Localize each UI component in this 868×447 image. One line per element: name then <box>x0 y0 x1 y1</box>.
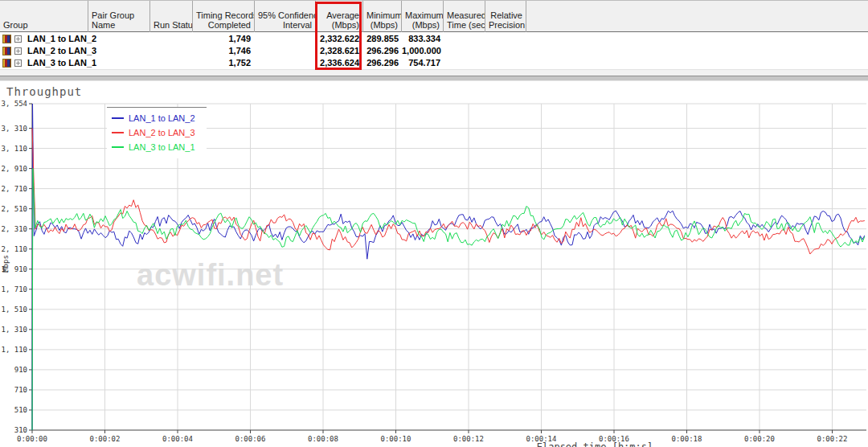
y-tick-label: 1, 710 <box>1 285 27 293</box>
column-header-minimum[interactable]: Minimum(Mbps) <box>363 1 402 32</box>
column-header-line: Minimum <box>366 10 398 20</box>
y-tick-label: 310 <box>14 426 27 434</box>
legend-line-swatch <box>112 146 124 148</box>
column-header-line: Pair Group <box>92 10 146 20</box>
x-tick-label: 0:00:18 <box>672 435 702 443</box>
x-tick-label: 0:00:12 <box>453 435 484 443</box>
legend-label: LAN_1 to LAN_2 <box>129 113 195 123</box>
column-header-line: (Mbps) <box>405 20 440 30</box>
column-header-line: Run Status <box>154 20 189 30</box>
x-tick-label: 0:00:00 <box>17 435 47 443</box>
column-header-line: Interval <box>258 20 312 30</box>
column-header-line: Time (sec) <box>447 20 481 30</box>
column-header-pair_group_name[interactable]: Pair GroupName <box>88 1 150 32</box>
results-table-body: LAN_1 to LAN_21,7492,332.622289.855833.3… <box>0 33 868 69</box>
column-header-line: (Mbps) <box>366 20 398 30</box>
column-header-maximum[interactable]: Maximum(Mbps) <box>402 1 444 32</box>
cell-minimum: 289.855 <box>363 34 399 43</box>
legend-label: LAN_3 to LAN_1 <box>129 142 195 152</box>
legend-label: LAN_2 to LAN_3 <box>129 128 195 137</box>
column-header-relative_precision[interactable]: RelativePrecision <box>485 1 526 32</box>
column-header-measured_time[interactable]: MeasuredTime (sec) <box>444 1 485 32</box>
y-tick-label: 2, 510 <box>1 205 27 213</box>
column-header-line: Group <box>3 20 84 30</box>
pair-group-chart-icon <box>2 59 11 68</box>
x-tick-label: 0:00:20 <box>744 435 775 443</box>
cell-maximum: 1,000.000 <box>402 46 440 55</box>
x-tick-label: 0:00:08 <box>308 435 338 443</box>
y-tick-label: 1, 510 <box>1 306 27 314</box>
legend-entry-3: LAN_3 to LAN_1 <box>112 140 207 154</box>
chart-legend: LAN_1 to LAN_2LAN_2 to LAN_3LAN_3 to LAN… <box>107 107 207 158</box>
y-tick-label: 2, 110 <box>1 245 27 253</box>
column-header-line: Timing Records <box>196 10 251 20</box>
table-footer-strip <box>0 69 868 76</box>
y-tick-label: 3, 310 <box>1 125 27 133</box>
throughput-chart-pane: Throughput acwifi.net 3105107109101, 110… <box>0 81 868 447</box>
pair-group-name: LAN_1 to LAN_2 <box>27 34 96 43</box>
x-tick-label: 0:00:10 <box>381 435 411 443</box>
cell-minimum: 296.296 <box>363 46 399 55</box>
cell-average: 2,328.621 <box>316 46 359 55</box>
column-header-line: Completed <box>196 20 251 30</box>
column-header-confidence_interval[interactable]: 95% ConfidenceInterval <box>255 1 316 32</box>
y-tick-label: 3, 110 <box>1 145 27 153</box>
cell-average: 2,332.622 <box>316 34 359 43</box>
y-tick-label: 1, 310 <box>1 326 27 334</box>
table-row[interactable]: LAN_2 to LAN_31,7462,328.621296.2961,000… <box>0 45 868 57</box>
expand-icon[interactable] <box>14 47 22 55</box>
x-tick-label: 0:00:22 <box>817 435 848 443</box>
y-tick-label: 1, 110 <box>1 346 27 354</box>
cell-average: 2,336.624 <box>316 58 359 68</box>
cell-timing_records: 1,752 <box>193 58 251 68</box>
column-header-timing_records[interactable]: Timing RecordsCompleted <box>193 1 255 32</box>
pair-group-chart-icon <box>2 47 11 55</box>
ixchariot-window: GroupPair GroupNameRun StatusTiming Reco… <box>0 0 868 447</box>
y-tick-label: 910 <box>14 366 27 374</box>
column-header-line: (Mbps) <box>319 20 359 30</box>
results-table-header: GroupPair GroupNameRun StatusTiming Reco… <box>0 0 868 32</box>
cell-timing_records: 1,749 <box>193 34 251 43</box>
column-header-line: Maximum <box>405 10 440 20</box>
y-tick-label: 710 <box>14 386 27 394</box>
x-tick-label: 0:00:02 <box>90 435 121 443</box>
pair-group-name: LAN_3 to LAN_1 <box>27 58 96 68</box>
cell-timing_records: 1,746 <box>193 46 251 55</box>
legend-entry-1: LAN_1 to LAN_2 <box>112 111 207 125</box>
cell-minimum: 296.296 <box>363 58 399 68</box>
y-tick-label: 2, 910 <box>1 165 27 173</box>
column-header-line: 95% Confidence <box>258 10 312 20</box>
column-header-line: Average <box>319 10 359 20</box>
column-header-run_status[interactable]: Run Status <box>150 1 193 32</box>
x-tick-label: 0:00:14 <box>526 435 557 443</box>
expand-icon[interactable] <box>14 35 22 43</box>
legend-line-swatch <box>112 117 124 119</box>
y-tick-label: 1, 910 <box>1 265 27 273</box>
column-header-line: Precision <box>489 20 522 30</box>
column-header-group[interactable]: Group <box>0 1 88 32</box>
pair-group-chart-icon <box>2 35 11 43</box>
legend-entry-2: LAN_2 to LAN_3 <box>112 125 207 140</box>
pane-splitter[interactable] <box>0 76 868 81</box>
table-row[interactable]: LAN_3 to LAN_11,7522,336.624296.296754.7… <box>0 57 868 69</box>
cell-maximum: 754.717 <box>402 58 440 68</box>
y-tick-label: 2, 710 <box>1 185 27 193</box>
legend-line-swatch <box>112 132 124 133</box>
table-row[interactable]: LAN_1 to LAN_21,7492,332.622289.855833.3… <box>0 33 868 45</box>
y-tick-label: 2, 310 <box>1 225 27 233</box>
x-tick-label: 0:00:04 <box>162 435 193 443</box>
cell-maximum: 833.334 <box>402 34 440 43</box>
x-tick-label: 0:00:16 <box>599 435 629 443</box>
y-tick-label: 510 <box>14 406 27 414</box>
column-header-line: Name <box>92 20 146 30</box>
column-header-average[interactable]: Average(Mbps) <box>316 1 363 32</box>
series-line-3 <box>32 169 865 430</box>
expand-icon[interactable] <box>14 59 22 67</box>
x-tick-label: 0:00:06 <box>235 435 266 443</box>
column-header-line: Measured <box>447 10 481 20</box>
y-tick-label: 3, 554 <box>1 100 27 108</box>
pair-group-name: LAN_2 to LAN_3 <box>27 46 96 55</box>
column-header-line: Relative <box>489 10 522 20</box>
